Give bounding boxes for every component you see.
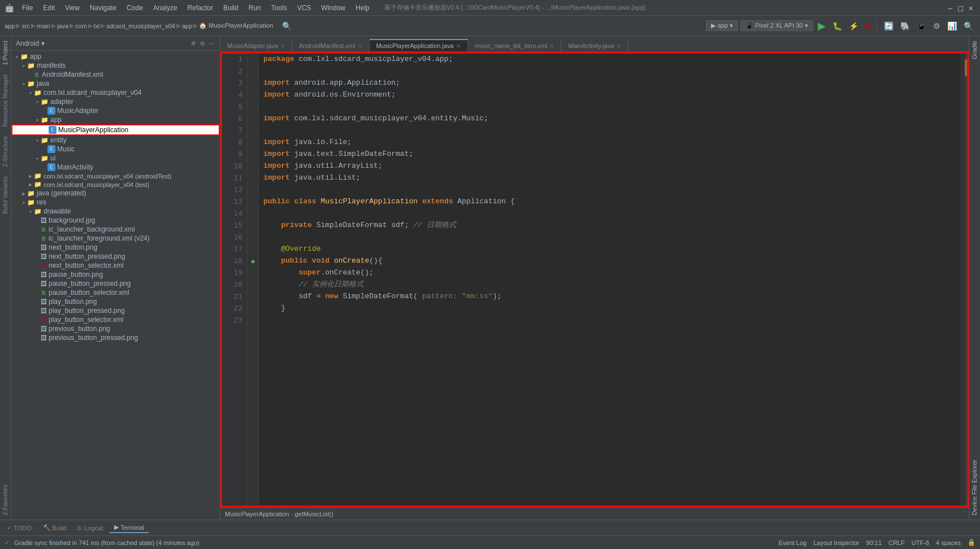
panel-icon-scope[interactable]: ⊕ — [190, 38, 198, 48]
line-ending[interactable]: CRLF — [888, 539, 905, 546]
tree-item-drawable[interactable]: ▾ 📁 drawable — [11, 207, 220, 216]
tree-item-next-button-pressed[interactable]: 🖼 next_button_pressed.png — [11, 252, 220, 261]
tree-item-previous-button[interactable]: 🖼 previous_button.png — [11, 324, 220, 333]
apply-changes-button[interactable]: ⚡ — [847, 20, 861, 32]
tab-musicplayerapplication[interactable]: MusicPlayerApplication.java ✕ — [370, 39, 468, 51]
profile-button[interactable]: 📊 — [945, 20, 959, 32]
cursor-position[interactable]: 90:11 — [866, 539, 882, 546]
event-log-button[interactable]: Event Log — [779, 539, 807, 546]
tree-item-ui[interactable]: ▾ 📁 ui — [11, 154, 220, 163]
tree-item-play-button[interactable]: 🖼 play_button.png — [11, 297, 220, 306]
tree-item-manifests[interactable]: ▾ 📁 manifests — [11, 61, 220, 70]
tab-music-name-list[interactable]: music_name_list_item.xml ✕ — [468, 40, 562, 51]
indent[interactable]: 4 spaces — [936, 539, 961, 546]
menu-file[interactable]: File — [18, 3, 37, 13]
search-icon[interactable]: 🔍 — [280, 20, 294, 32]
menu-run[interactable]: Run — [244, 3, 266, 13]
menu-code[interactable]: Code — [122, 3, 148, 13]
tab-musicadapter[interactable]: MusicAdapter.java ✕ — [220, 40, 292, 51]
code-content[interactable]: package com.lxl.sdcard_musicplayer_v04.a… — [259, 54, 960, 506]
panel-icon-gear[interactable]: ⚙ — [198, 38, 206, 48]
tab-close-androidmanifest[interactable]: ✕ — [358, 43, 362, 49]
search-everywhere-button[interactable]: 🔍 — [961, 20, 975, 32]
scroll-indicator[interactable] — [960, 54, 967, 506]
breadcrumb-class[interactable]: MusicPlayerApplication — [225, 511, 289, 517]
menu-help[interactable]: Help — [351, 3, 374, 13]
terminal-tab[interactable]: ▶ Terminal — [110, 522, 149, 533]
gradle-sync-button[interactable]: 🐘 — [898, 20, 912, 32]
menu-window[interactable]: Window — [316, 3, 350, 13]
stop-button[interactable]: ■ — [863, 20, 872, 32]
favorites-tab[interactable]: 2:Favorites — [0, 480, 11, 520]
menu-edit[interactable]: Edit — [38, 3, 59, 13]
tree-item-ic-launcher-background[interactable]: 🗎 ic_launcher_background.xml — [11, 225, 220, 234]
run-config-button[interactable]: ▶ app ▾ — [706, 20, 738, 31]
tree-item-pause-button-selector[interactable]: 🗎 pause_button_selector.xml — [11, 288, 220, 297]
tab-close-mainactivity[interactable]: ✕ — [617, 43, 621, 49]
tree-item-adapter[interactable]: ▾ 📁 adapter — [11, 97, 220, 106]
tree-item-entity[interactable]: ▾ 📁 entity — [11, 136, 220, 145]
device-button[interactable]: 📱 Pixel 2 XL API 30 ▾ — [740, 20, 813, 31]
tab-mainactivity[interactable]: MainActivity.java ✕ — [561, 40, 628, 51]
encoding[interactable]: UTF-8 — [912, 539, 929, 546]
tree-item-androidmanifest[interactable]: 🗎 AndroidManifest.xml — [11, 70, 220, 79]
code-line-11: import java.util.List; — [263, 172, 956, 184]
tree-item-mainactivity[interactable]: C MainActivity — [11, 163, 220, 172]
menu-vcs[interactable]: VCS — [293, 3, 316, 13]
tree-item-music[interactable]: C Music — [11, 145, 220, 154]
build-variants-tab[interactable]: Build Variants — [0, 172, 11, 219]
menu-navigate[interactable]: Navigate — [85, 3, 121, 13]
tree-item-androidtest[interactable]: ▶ 📁 com.lxl.sdcard_musicplayer_v04 (andr… — [11, 172, 220, 180]
debug-button[interactable]: 🐛 — [830, 20, 844, 32]
sdk-button[interactable]: ⚙ — [931, 20, 943, 32]
tree-item-java[interactable]: ▾ 📁 java — [11, 79, 220, 88]
tree-item-com-lxl[interactable]: ▾ 📁 com.lxl.sdcard_musicplayer_v04 — [11, 88, 220, 97]
device-file-explorer-tab[interactable]: Device File Explorer — [969, 455, 980, 520]
menu-build[interactable]: Build — [219, 3, 243, 13]
logcat-tab[interactable]: 6: Logcat — [73, 524, 107, 533]
resource-manager-tab[interactable]: Resource Manager — [0, 69, 11, 132]
window-minimize[interactable]: — — [946, 2, 955, 14]
tree-item-ic-launcher-foreground[interactable]: 🗎 ic_launcher_foreground.xml (v24) — [11, 234, 220, 243]
window-maximize[interactable]: □ — [956, 2, 965, 14]
tree-item-previous-button-pressed[interactable]: 🖼 previous_button_pressed.png — [11, 333, 220, 342]
tree-item-background-jpg[interactable]: 🖼 background.jpg — [11, 216, 220, 225]
tree-item-next-button-selector[interactable]: 🗎 next_button_selector.xml — [11, 261, 220, 270]
tree-item-app2[interactable]: ▾ 📁 app — [11, 115, 220, 124]
gradle-tab[interactable]: Gradle — [969, 36, 980, 64]
tree-item-musicadapter[interactable]: C MusicAdapter — [11, 106, 220, 115]
menu-analyze[interactable]: Analyze — [149, 3, 182, 13]
menu-view[interactable]: View — [60, 3, 84, 13]
todo-tab[interactable]: ✓ TODO — [2, 523, 36, 533]
tree-item-app[interactable]: ▾ 📁 app — [11, 52, 220, 61]
tab-androidmanifest[interactable]: AndroidManifest.xml ✕ — [292, 40, 370, 51]
tree-item-play-button-pressed[interactable]: 🖼 play_button_pressed.png — [11, 306, 220, 315]
code-editor[interactable]: 1 2 3 4 5 6 7 8 9 10 11 12 13 14 15 16 1… — [220, 52, 969, 507]
panel-icon-collapse[interactable]: — — [207, 38, 215, 48]
run-button[interactable]: ▶ — [816, 19, 828, 33]
tab-close-musicadapter[interactable]: ✕ — [280, 43, 285, 49]
tree-item-test[interactable]: ▶ 📁 com.lxl.sdcard_musicplayer_v04 (test… — [11, 180, 220, 189]
android-dropdown[interactable]: Android ▾ — [16, 40, 45, 47]
sync-button[interactable]: 🔄 — [882, 20, 896, 32]
avd-button[interactable]: 📱 — [914, 20, 929, 32]
breadcrumb-method[interactable]: getMusicList() — [294, 511, 333, 517]
tree-item-next-button[interactable]: 🖼 next_button.png — [11, 243, 220, 252]
layout-inspector-button[interactable]: Layout Inspector — [813, 539, 859, 546]
tab-close-musicplayerapplication[interactable]: ✕ — [456, 43, 461, 49]
run-gutter-icon[interactable]: ● — [251, 258, 254, 264]
tree-item-java-generated[interactable]: ▶ 📁 java (generated) — [11, 189, 220, 198]
menu-tools[interactable]: Tools — [267, 3, 292, 13]
tree-item-play-button-selector[interactable]: 🗎 play_button_selector.xml — [11, 315, 220, 324]
window-close[interactable]: ✕ — [966, 2, 975, 14]
git-icon[interactable]: 🔒 — [968, 539, 975, 546]
menu-refactor[interactable]: Refactor — [183, 3, 218, 13]
tree-item-pause-button-pressed[interactable]: 🖼 pause_button_pressed.png — [11, 279, 220, 288]
tree-item-res[interactable]: ▾ 📁 res — [11, 198, 220, 207]
tab-close-music-name-list[interactable]: ✕ — [549, 43, 554, 49]
z-structure-tab[interactable]: Z-Structure — [0, 132, 11, 172]
tree-item-musicplayerapplication[interactable]: C MusicPlayerApplication — [11, 124, 220, 136]
tree-item-pause-button[interactable]: 🖼 pause_button.png — [11, 270, 220, 279]
build-tab[interactable]: 🔨 Build — [38, 523, 71, 533]
project-tab[interactable]: 1:Project — [0, 36, 11, 69]
